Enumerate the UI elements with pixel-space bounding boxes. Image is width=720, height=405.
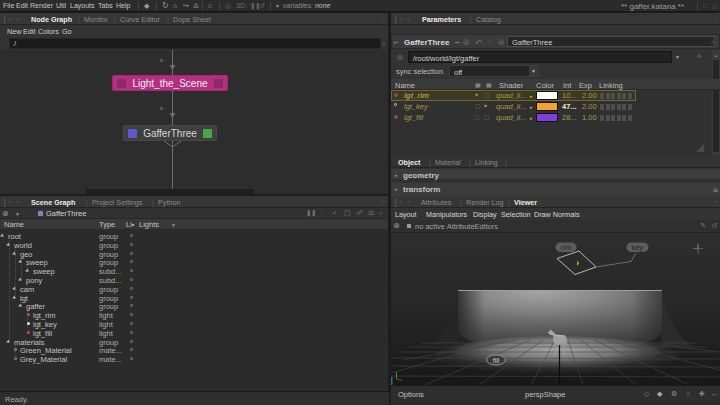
svg-text:e: e	[158, 58, 164, 62]
svg-text:e: e	[158, 106, 164, 110]
svg-text:rim: rim	[561, 243, 571, 252]
svg-text:key: key	[632, 243, 644, 252]
svg-text:fill: fill	[493, 357, 500, 364]
